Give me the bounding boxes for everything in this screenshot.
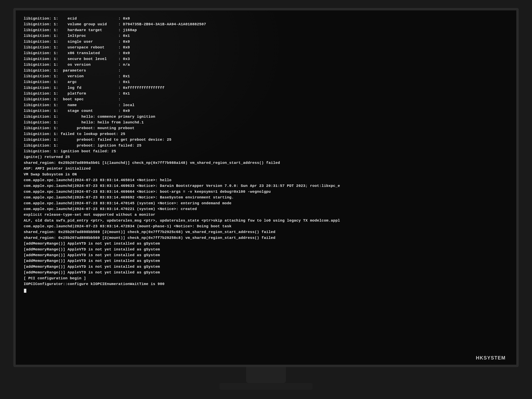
terminal-line: [addMemoryRange()] AppleVTD is not yet i… — [24, 270, 160, 274]
terminal-line: libignition: 1: version : 0x1 — [24, 74, 130, 78]
monitor-bezel: libignition: 1: ecid : 0x0 libignition: … — [13, 8, 519, 367]
terminal-line: libignition: 1: argc : 0x1 — [24, 80, 130, 84]
terminal-line: com.apple.xpc.launchd|2024-07-23 03:03:1… — [24, 195, 234, 200]
terminal-line: com.apple.xpc.launchd|2024-07-23 03:03:1… — [24, 190, 271, 194]
terminal-line: libignition: 1: single user : 0x0 — [24, 40, 130, 44]
terminal-line: com.apple.xpc.launchd|2024-07-23 03:03:1… — [24, 201, 232, 205]
terminal-line: shared_region: 0x25b207ad898bb569 [2(mou… — [24, 236, 275, 240]
terminal-line: libignition: 1: hello: commence primary … — [24, 115, 155, 119]
terminal-line: libignition: 1: volume group uuid : D794… — [24, 22, 206, 26]
terminal-cursor — [24, 289, 26, 293]
terminal-line: libignition: 1: preboot: ignition failed… — [24, 144, 141, 148]
terminal-line: libignition: 1: os version : n/a — [24, 63, 130, 67]
terminal-line: libignition: 1: x86 translated : 0x0 — [24, 51, 130, 55]
terminal-line: libignition: 1: parameters : — [24, 69, 121, 73]
terminal-line: libignition: 1: preboot: mounting preboo… — [24, 126, 134, 130]
terminal-line: [addMemoryRange()] AppleVTD is not yet i… — [24, 259, 160, 263]
terminal-line: com.apple.xpc.launchd|2024-07-23 03:03:1… — [24, 178, 171, 182]
terminal-line: libignition: 1: boot spec : — [24, 97, 121, 101]
screen: libignition: 1: ecid : 0x0 libignition: … — [16, 10, 516, 365]
terminal-line: com.apple.xpc.launchd|2024-07-23 03:03:1… — [24, 184, 340, 188]
terminal-line: libignition: 1: lnltproc : 0x1 — [24, 34, 130, 38]
terminal-line: [addMemoryRange()] AppleVTD is not yet i… — [24, 265, 160, 269]
terminal-line: libignition: 1: hardware target : j160ap — [24, 28, 137, 32]
terminal-line: libignition: 1: secure boot level : 0x3 — [24, 57, 130, 61]
terminal-line: libignition: 1: log fd : 0xfffffffffffff… — [24, 86, 165, 90]
terminal-line: libignition: 1: failed to lookup preboot… — [24, 132, 125, 136]
terminal-line: libignition: 1: ecid : 0x0 — [24, 17, 130, 21]
brand-label: HKSYSTEM — [476, 355, 506, 361]
terminal-line: shared_region: 0x25b207ad899a5b01 [1(lau… — [24, 161, 280, 165]
terminal-line: IOPCIConfigurator::configure kIOPCIEnume… — [24, 282, 165, 286]
terminal-line: libignition: 1: preboot: failed to get p… — [24, 138, 171, 142]
terminal-line: explicit release-type-set not supported … — [24, 213, 155, 217]
terminal-line: libignition: 1: stage count : 0x0 — [24, 109, 130, 113]
terminal-line: shared_region: 0x25b207ad898bb569 [2(mou… — [24, 230, 275, 234]
terminal-line: ASP: AMFI pointer initialized — [24, 166, 91, 171]
terminal-line: libignition: 1: ignition boot failed: 25 — [24, 149, 116, 153]
monitor-stand — [246, 367, 286, 383]
terminal-line: [addMemoryRange()] AppleVTD is not yet i… — [24, 253, 160, 257]
terminal-line: [ PCI configuration begin ] — [24, 276, 86, 280]
terminal-line: ignite() returned 25 — [24, 155, 70, 159]
terminal-line: VM Swap Subsystem is ON — [24, 172, 77, 177]
terminal-output: libignition: 1: ecid : 0x0 libignition: … — [24, 16, 508, 293]
terminal-line: libignition: 1: name : local — [24, 103, 134, 107]
terminal-line: com.apple.xpc.launchd|2024-07-23 03:03:1… — [24, 224, 232, 228]
terminal-line: ALF, old data swfs_pid_entry <ptr>, upda… — [24, 219, 340, 223]
terminal-line: libignition: 1: userspace reboot : 0x0 — [24, 45, 130, 50]
terminal-line: [addMemoryRange()] AppleVTD is not yet i… — [24, 241, 160, 246]
monitor-base — [219, 383, 313, 390]
terminal-line: [addMemoryRange()] AppleVTD is not yet i… — [24, 247, 160, 252]
terminal-line: libignition: 1: platform : 0x1 — [24, 91, 130, 96]
terminal-line: libignition: 1: hello: hello from launch… — [24, 120, 144, 125]
terminal-line: com.apple.xpc.launchd|2024-07-23 03:03:1… — [24, 207, 197, 211]
